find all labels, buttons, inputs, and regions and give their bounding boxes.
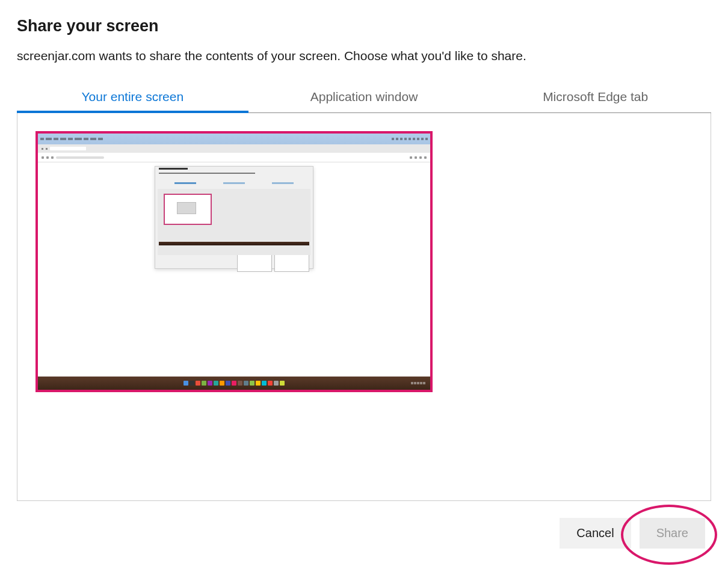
thumb-menubar	[38, 134, 430, 144]
dialog-title: Share your screen	[17, 17, 711, 35]
content-panel	[17, 113, 711, 501]
thumb-desktop-bar	[38, 377, 430, 390]
thumb-tabstrip	[38, 144, 430, 153]
share-button[interactable]: Share	[640, 518, 705, 549]
dialog-footer: Cancel Share	[17, 518, 711, 549]
thumb-page	[38, 162, 430, 377]
cancel-button[interactable]: Cancel	[560, 518, 631, 549]
thumb-inner-dialog	[155, 166, 313, 269]
tab-entire-screen[interactable]: Your entire screen	[17, 81, 248, 112]
dialog-subtitle: screenjar.com wants to share the content…	[17, 49, 711, 63]
tab-application-window[interactable]: Application window	[248, 81, 480, 112]
thumb-toolbar	[38, 153, 430, 162]
tab-edge-tab[interactable]: Microsoft Edge tab	[480, 81, 711, 112]
screen-thumbnail[interactable]	[35, 131, 433, 392]
tab-list: Your entire screen Application window Mi…	[17, 81, 711, 113]
